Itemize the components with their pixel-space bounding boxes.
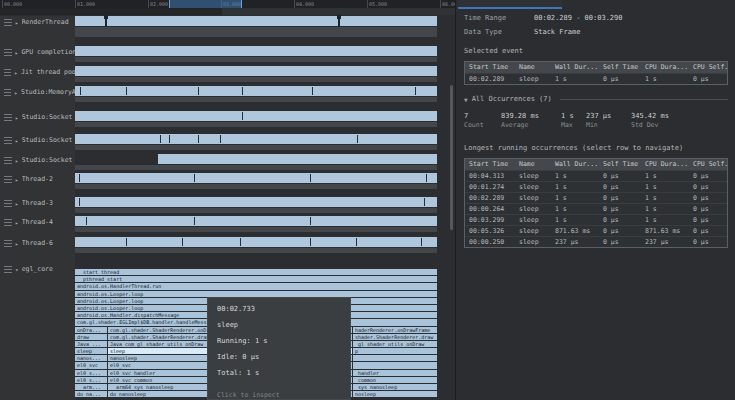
flame-frame[interactable]: __pthread_start — [75, 276, 437, 282]
column-header[interactable]: Name — [515, 159, 551, 170]
thread-track-lane[interactable] — [75, 197, 455, 216]
running-state-bar[interactable] — [75, 197, 437, 207]
thread-track-header[interactable]: ▸Studio:Socket — [0, 111, 75, 134]
running-state-bar[interactable] — [75, 216, 437, 226]
expand-arrow-icon[interactable]: ▸ — [15, 113, 19, 122]
vertical-scrollbar[interactable] — [450, 85, 453, 230]
thread-track-lane[interactable] — [75, 46, 455, 66]
flame-frame[interactable]: p — [353, 348, 437, 354]
expand-arrow-icon[interactable]: ▸ — [14, 88, 18, 97]
analysis-tab[interactable] — [458, 0, 562, 9]
thread-track-lane[interactable] — [75, 16, 455, 46]
running-state-bar[interactable] — [75, 66, 437, 76]
thread-track-header[interactable]: ▸RenderThread — [0, 16, 75, 46]
thread-track-row[interactable]: ▸Thread-4 — [0, 216, 455, 237]
flame-frame[interactable]: android.os.HandlerThread.run — [75, 283, 437, 289]
column-header[interactable]: Start Time — [465, 62, 515, 73]
column-header[interactable]: CPU Dura... — [641, 159, 689, 170]
column-header[interactable]: CPU Dura... — [641, 62, 689, 73]
thread-track-header[interactable]: ▸Studio:MemoryAg — [0, 86, 75, 111]
thread-track-row[interactable]: ▸Studio:Socket — [0, 134, 455, 154]
thread-track-lane[interactable] — [75, 86, 455, 111]
thread-track-lane[interactable] — [75, 154, 455, 173]
time-ruler[interactable]: 00.00001.00002.00003.00004.00005.00006.0… — [0, 0, 455, 8]
table-row[interactable]: 00:05.326sleep871.63 ms0 µs871.63 ms0 µs — [465, 225, 727, 236]
flame-frame[interactable]: sleep — [75, 348, 107, 354]
thread-track-row[interactable]: ▸Thread-3 — [0, 197, 455, 216]
thread-track-header[interactable]: ▸Thread-3 — [0, 197, 75, 216]
thread-track-header[interactable]: ▾egl_core — [0, 261, 75, 400]
drag-handle-icon[interactable] — [4, 137, 12, 144]
table-row[interactable]: 00:02.289sleep1 s0 µs1 s0 µs — [465, 73, 727, 84]
flame-frame[interactable]: draw — [75, 334, 107, 340]
table-row[interactable]: 00:00.264sleep1 s0 µs1 s0 µs — [465, 203, 727, 214]
thread-track-header[interactable]: ▸Thread-2 — [0, 173, 75, 197]
table-row[interactable]: 00:04.313sleep1 s0 µs1 s0 µs — [465, 170, 727, 181]
drag-handle-icon[interactable] — [4, 89, 11, 96]
drag-handle-icon[interactable] — [4, 19, 12, 26]
flame-frame[interactable]: _handler — [353, 370, 437, 376]
thread-track-lane[interactable] — [75, 237, 455, 261]
drag-handle-icon[interactable] — [4, 200, 12, 207]
flame-frame[interactable]: __start_thread — [75, 269, 437, 275]
expand-arrow-icon[interactable]: ▸ — [15, 218, 19, 227]
flame-frame[interactable]: haderRenderer.onDrawFrame — [353, 327, 437, 333]
flame-frame[interactable]: _common — [353, 377, 437, 383]
thread-track-lane[interactable] — [75, 216, 455, 237]
running-state-bar[interactable] — [75, 111, 437, 121]
column-header[interactable]: Self Time — [599, 62, 641, 73]
column-header[interactable]: Wall Dur... — [551, 62, 599, 73]
thread-track-row[interactable]: ▸Studio:MemoryAg — [0, 86, 455, 111]
collapse-arrow-icon[interactable]: ▼ — [464, 96, 468, 103]
flame-frame[interactable]: nosleep — [353, 391, 437, 397]
thread-track-lane[interactable] — [75, 173, 455, 197]
table-row[interactable]: 00:03.299sleep1 s0 µs1 s0 µs — [465, 214, 727, 225]
ruler-selection-range[interactable] — [169, 0, 242, 8]
expand-arrow-icon[interactable]: ▸ — [15, 175, 19, 184]
expand-arrow-icon[interactable]: ▸ — [15, 136, 19, 145]
drag-handle-icon[interactable] — [4, 240, 12, 247]
thread-track-header[interactable]: ▸Jit thread pool — [0, 66, 75, 86]
thread-track-header[interactable]: ▸Studio:Socket — [0, 154, 75, 173]
thread-track-row[interactable]: ▸Thread-6 — [0, 237, 455, 261]
flame-frame[interactable]: el0_svc — [75, 362, 107, 368]
flame-frame[interactable]: do_na... — [75, 391, 107, 397]
thread-track-row[interactable]: ▸Studio:Socket — [0, 154, 455, 173]
column-header[interactable]: Name — [515, 62, 551, 73]
flame-frame[interactable]: shader.ShaderRenderer.draw — [353, 334, 437, 340]
flame-frame[interactable]: _gl_shader_utils_onDraw — [353, 341, 437, 347]
thread-track-row[interactable]: ▸Jit thread pool — [0, 66, 455, 86]
thread-track-header[interactable]: ▸GPU completion — [0, 46, 75, 66]
drag-handle-icon[interactable] — [4, 114, 12, 121]
drag-handle-icon[interactable] — [4, 49, 12, 56]
flame-frame[interactable]: el0_s... — [75, 377, 107, 383]
running-state-bar[interactable] — [75, 173, 437, 183]
column-header[interactable]: CPU Self... — [689, 62, 728, 73]
thread-track-lane[interactable] — [75, 134, 455, 154]
thread-track-header[interactable]: ▸Thread-6 — [0, 237, 75, 261]
collapse-arrow-icon[interactable]: ▾ — [15, 265, 19, 274]
running-state-bar[interactable] — [75, 134, 437, 144]
drag-handle-icon[interactable] — [4, 157, 12, 164]
running-state-bar[interactable] — [75, 237, 437, 247]
flame-frame[interactable]: onDra... — [75, 327, 107, 333]
running-state-bar[interactable] — [75, 86, 437, 96]
expand-arrow-icon[interactable]: ▸ — [15, 199, 19, 208]
thread-track-lane[interactable] — [75, 66, 455, 86]
column-header[interactable]: Self Time — [599, 159, 641, 170]
flame-frame[interactable]: _sys_nanosleep — [353, 384, 437, 390]
expand-arrow-icon[interactable]: ▸ — [15, 48, 19, 57]
thread-track-row[interactable]: ▸GPU completion — [0, 46, 455, 66]
thread-track-header[interactable]: ▸Studio:Socket — [0, 134, 75, 154]
table-row[interactable]: 00:01.274sleep1 s0 µs1 s0 µs — [465, 181, 727, 192]
column-header[interactable]: CPU Self... — [689, 159, 728, 170]
thread-track-lane[interactable] — [75, 111, 455, 134]
flame-frame[interactable]: nanos... — [75, 355, 107, 361]
expand-arrow-icon[interactable]: ▸ — [15, 18, 19, 27]
flame-frame[interactable] — [353, 355, 437, 361]
table-row[interactable]: 00:02.289sleep1 s0 µs1 s0 µs — [465, 192, 727, 203]
column-header[interactable]: Wall Dur... — [551, 159, 599, 170]
expand-arrow-icon[interactable]: ▸ — [15, 156, 19, 165]
flame-frame[interactable]: __arm... — [75, 384, 107, 390]
running-state-bar[interactable] — [75, 16, 437, 26]
